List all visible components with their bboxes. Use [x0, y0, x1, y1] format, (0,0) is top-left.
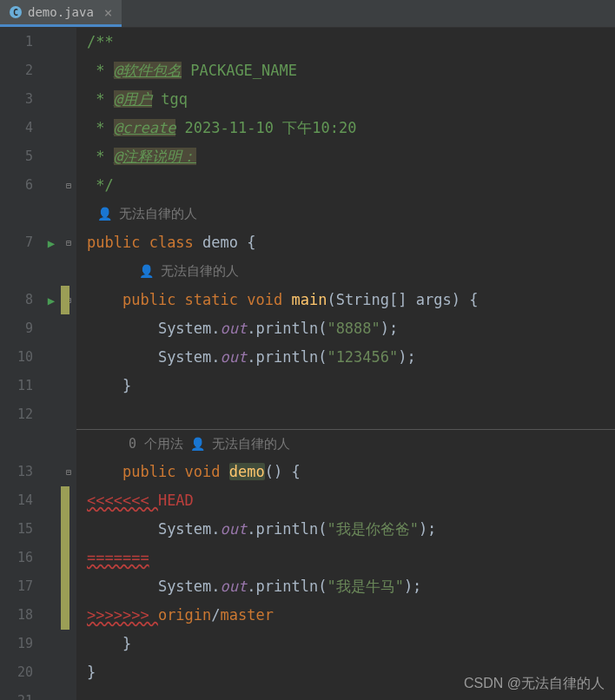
merge-conflict-marker: >>>>>>>: [87, 606, 158, 624]
doc-tag: @注释说明：: [114, 148, 196, 165]
tab-label: demo.java: [28, 5, 94, 19]
doc-tag: @用户: [114, 90, 152, 108]
line-number: 9: [0, 314, 33, 343]
line-number: 21: [0, 687, 33, 700]
change-marker: [61, 286, 69, 314]
fold-icon[interactable]: ⊟: [61, 228, 76, 257]
line-number: 19: [0, 630, 33, 658]
run-class-icon[interactable]: ▶: [42, 228, 61, 257]
line-number: 20: [0, 658, 33, 687]
person-icon: 👤: [190, 430, 205, 459]
line-number: 15: [0, 515, 33, 544]
author-hint: 👤无法自律的人: [87, 257, 615, 286]
line-number: 2: [0, 56, 33, 85]
line-number: 12: [0, 400, 33, 429]
doc-tag: @create: [114, 119, 176, 136]
code-area[interactable]: /** * @软件包名 PACKAGE_NAME * @用户 tgq * @cr…: [76, 28, 615, 700]
merge-conflict-marker: <<<<<<<: [87, 492, 158, 509]
line-number: 10: [0, 343, 33, 372]
line-number: 4: [0, 114, 33, 142]
tab-bar: C demo.java ×: [0, 0, 615, 28]
line-number: 7: [0, 200, 33, 257]
java-file-icon: C: [9, 5, 23, 19]
line-number: 6: [0, 171, 33, 200]
merge-conflict-marker: =======: [87, 549, 149, 566]
watermark: CSDN @无法自律的人: [464, 675, 605, 693]
run-gutter: ▶ ▶: [42, 28, 61, 700]
line-number: 11: [0, 372, 33, 400]
doc-tag: @软件包名: [114, 62, 182, 79]
line-number: 14: [0, 486, 33, 515]
svg-text:C: C: [13, 8, 18, 17]
code-editor[interactable]: 1 2 3 4 5 6 7 8 9 10 11 12 13 14 15 16 1…: [0, 28, 615, 700]
line-number-gutter: 1 2 3 4 5 6 7 8 9 10 11 12 13 14 15 16 1…: [0, 28, 42, 700]
line-number: 13: [0, 429, 33, 486]
change-marker: [61, 486, 69, 630]
author-hint: 👤无法自律的人: [87, 200, 615, 228]
line-number: 16: [0, 544, 33, 572]
line-number: 17: [0, 572, 33, 601]
line-number: 5: [0, 142, 33, 171]
fold-icon[interactable]: ⊟: [61, 171, 76, 200]
comment: /**: [87, 33, 114, 50]
person-icon: 👤: [139, 257, 154, 286]
close-icon[interactable]: ×: [104, 4, 113, 21]
comment: */: [87, 176, 114, 194]
line-number: 1: [0, 28, 33, 56]
tab-demo-java[interactable]: C demo.java ×: [0, 0, 122, 27]
line-number: 18: [0, 601, 33, 630]
line-number: 3: [0, 85, 33, 114]
usages-hint: 0 个用法👤无法自律的人: [76, 429, 615, 458]
run-main-icon[interactable]: ▶: [42, 286, 61, 314]
person-icon: 👤: [97, 200, 112, 228]
fold-icon[interactable]: ⊟: [61, 458, 76, 486]
line-number: 8: [0, 257, 33, 314]
